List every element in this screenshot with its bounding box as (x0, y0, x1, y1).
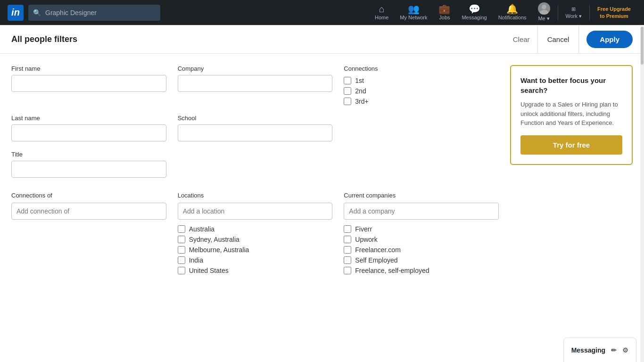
nav-messaging-label: Messaging (462, 15, 487, 20)
filter-right: Want to better focus your search? Upgrad… (510, 65, 633, 362)
apply-button[interactable]: Apply (586, 31, 633, 48)
current-companies-label: Current companies (344, 192, 499, 199)
location-sydney-checkbox[interactable] (178, 236, 185, 243)
companies-list: Fiverr Upwork Freelancer.com Self E (344, 225, 499, 274)
nav-work[interactable]: ⊞ Work ▾ (560, 0, 588, 25)
company-self-employed-label: Self Employed (355, 256, 397, 264)
search-input[interactable] (28, 5, 160, 21)
locations-section: Locations Australia Sydney, Australia (178, 192, 333, 274)
connections-1st-checkbox[interactable] (344, 77, 351, 84)
spacer-2 (178, 151, 333, 178)
nav-me[interactable]: Me ▾ (532, 0, 556, 25)
nav-network-label: My Network (400, 15, 427, 20)
company-freelance-self[interactable]: Freelance, self-employed (344, 267, 499, 274)
svg-point-1 (540, 10, 548, 15)
connections-of-input[interactable] (11, 203, 166, 220)
network-icon: 👥 (408, 4, 420, 14)
nav-network[interactable]: 👥 My Network (394, 0, 433, 25)
scroll-thumb[interactable] (641, 27, 644, 65)
current-companies-input[interactable] (344, 203, 499, 220)
linkedin-logo[interactable]: in (8, 5, 24, 21)
nav-notifications[interactable]: 🔔 Notifications (493, 0, 532, 25)
connections-2nd[interactable]: 2nd (344, 87, 499, 95)
nav-items: ⌂ Home 👥 My Network 💼 Jobs 💬 Messaging 🔔… (369, 0, 636, 25)
filter-row-3: Connections of Locations Australia Sydne… (11, 192, 499, 274)
location-india-checkbox[interactable] (178, 256, 185, 264)
location-us-checkbox[interactable] (178, 267, 185, 274)
first-name-label: First name (11, 65, 166, 72)
messaging-icon: 💬 (469, 4, 480, 14)
messaging-bar[interactable]: Messaging ✏ ⚙ (563, 337, 636, 362)
nav-premium[interactable]: Free Upgrade to Premium (592, 0, 636, 25)
company-freelancer[interactable]: Freelancer.com (344, 246, 499, 254)
company-upwork-checkbox[interactable] (344, 236, 351, 243)
location-australia[interactable]: Australia (178, 225, 333, 233)
last-name-input[interactable] (11, 124, 166, 141)
company-freelancer-checkbox[interactable] (344, 246, 351, 254)
nav-messaging[interactable]: 💬 Messaging (456, 0, 492, 25)
locations-input[interactable] (178, 203, 333, 220)
try-for-free-button[interactable]: Try for free (520, 135, 622, 155)
location-us[interactable]: United States (178, 267, 333, 274)
filter-panel: All people filters Clear Cancel Apply Fi… (0, 25, 644, 362)
connections-2nd-label: 2nd (355, 87, 366, 95)
location-melbourne-label: Melbourne, Australia (189, 246, 249, 254)
notifications-icon: 🔔 (506, 4, 518, 14)
spacer-3 (344, 151, 499, 178)
nav-jobs[interactable]: 💼 Jobs (433, 0, 456, 25)
nav-home[interactable]: ⌂ Home (369, 0, 394, 25)
company-upwork[interactable]: Upwork (344, 236, 499, 243)
company-self-employed-checkbox[interactable] (344, 256, 351, 264)
company-freelance-self-checkbox[interactable] (344, 267, 351, 274)
location-sydney[interactable]: Sydney, Australia (178, 236, 333, 243)
scrollbar[interactable] (640, 25, 644, 362)
nav-divider-2 (589, 5, 590, 20)
location-australia-checkbox[interactable] (178, 225, 185, 233)
connections-3rd[interactable]: 3rd+ (344, 98, 499, 105)
title-label: Title (11, 151, 166, 158)
school-input[interactable] (178, 124, 333, 141)
company-input[interactable] (178, 75, 333, 92)
last-name-group: Last name (11, 115, 166, 141)
search-wrapper: 🔍 (28, 5, 160, 21)
filter-body: First name Company Connections 1st 2nd (0, 54, 644, 362)
messaging-edit-icon[interactable]: ✏ (611, 346, 617, 354)
connections-1st-label: 1st (355, 77, 364, 84)
company-fiverr-checkbox[interactable] (344, 225, 351, 233)
messaging-label: Messaging (571, 346, 605, 354)
first-name-input[interactable] (11, 75, 166, 92)
location-melbourne-checkbox[interactable] (178, 246, 185, 254)
connections-of-section: Connections of (11, 192, 166, 274)
premium-card: Want to better focus your search? Upgrad… (510, 65, 633, 165)
cancel-button[interactable]: Cancel (537, 25, 579, 54)
avatar (538, 2, 550, 15)
clear-button[interactable]: Clear (505, 32, 537, 47)
location-india-label: India (189, 256, 203, 264)
filter-left: First name Company Connections 1st 2nd (11, 65, 510, 362)
connections-group: Connections 1st 2nd 3rd+ (344, 65, 499, 105)
location-sydney-label: Sydney, Australia (189, 236, 239, 243)
location-melbourne[interactable]: Melbourne, Australia (178, 246, 333, 254)
connections-2nd-checkbox[interactable] (344, 87, 351, 95)
work-icon: ⊞ (571, 6, 576, 12)
company-freelancer-label: Freelancer.com (355, 246, 400, 254)
nav-me-label: Me ▾ (538, 16, 549, 22)
messaging-settings-icon[interactable]: ⚙ (622, 346, 628, 354)
company-fiverr[interactable]: Fiverr (344, 225, 499, 233)
current-companies-section: Current companies Fiverr Upwork (344, 192, 499, 274)
company-group: Company (178, 65, 333, 105)
connections-3rd-checkbox[interactable] (344, 98, 351, 105)
school-group: School (178, 115, 333, 141)
svg-point-0 (542, 5, 546, 9)
company-self-employed[interactable]: Self Employed (344, 256, 499, 264)
title-input[interactable] (11, 161, 166, 178)
filter-header: All people filters Clear Cancel Apply (0, 25, 644, 54)
locations-list: Australia Sydney, Australia Melbourne, A… (178, 225, 333, 274)
location-us-label: United States (189, 267, 229, 274)
location-india[interactable]: India (178, 256, 333, 264)
nav-notifications-label: Notifications (498, 15, 527, 20)
premium-label: Free Upgrade to Premium (597, 6, 631, 19)
company-freelance-self-label: Freelance, self-employed (355, 267, 429, 274)
connections-1st[interactable]: 1st (344, 77, 499, 84)
nav-jobs-label: Jobs (439, 15, 450, 20)
